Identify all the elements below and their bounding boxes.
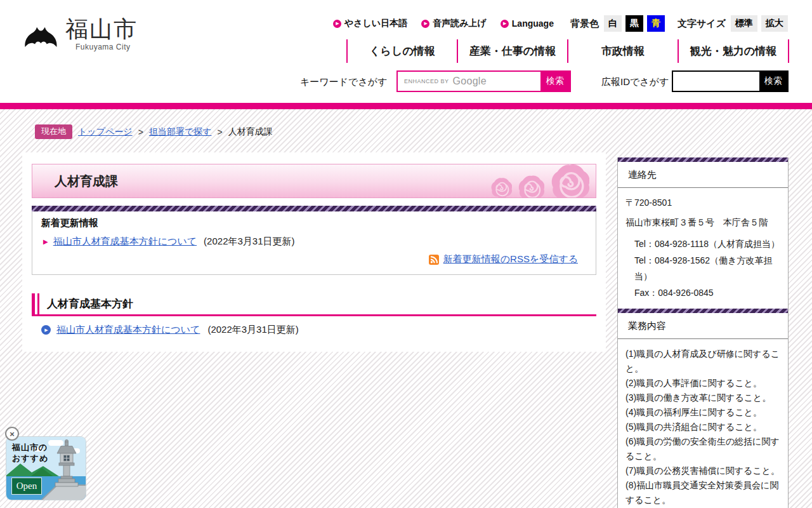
language-link[interactable]: ▶ Language: [501, 18, 554, 29]
contact-heading: 連絡先: [618, 162, 788, 188]
news-updates-box: 新着更新情報 ▶ 福山市人材育成基本方針について (2022年3月31日更新) …: [32, 211, 596, 275]
arrow-circle-icon: ▶: [501, 20, 509, 28]
duty-item: (4)職員の福利厚生に関すること。: [625, 405, 784, 420]
page-title: 人材育成課: [55, 173, 118, 190]
keyword-search-label: キーワードでさがす: [300, 76, 387, 88]
recommendation-widget[interactable]: 福山市の おすすめ Open: [6, 437, 86, 500]
rss-subscribe-link[interactable]: 新着更新情報のRSSを受信する: [443, 253, 578, 265]
easy-japanese-label: やさしい日本語: [344, 18, 407, 29]
widget-close-button[interactable]: ×: [5, 427, 19, 441]
language-label: Language: [512, 18, 554, 29]
utility-bar: ▶ やさしい日本語 ▶ 音声読み上げ ▶ Language 背景色 白 黒 青 …: [333, 15, 788, 32]
koho-id-search-label: 広報IDでさがす: [601, 76, 669, 88]
fontsize-standard-button[interactable]: 標準: [731, 15, 757, 32]
cloud-icon: [48, 440, 63, 446]
news-item-link[interactable]: 福山市人材育成基本方針について: [53, 236, 197, 248]
duties-box: 業務内容 (1)職員の人材育成及び研修に関すること。 (2)職員の人事評価に関す…: [617, 309, 789, 508]
font-size-label: 文字サイズ: [678, 18, 726, 30]
current-location-badge: 現在地: [35, 124, 72, 139]
accent-bar: [0, 103, 812, 109]
widget-open-button[interactable]: Open: [11, 478, 42, 495]
arrow-circle-icon: ▶: [421, 20, 429, 28]
site-logo-link[interactable]: 福山市 Fukuyama City: [23, 17, 138, 52]
policy-section-heading: 人材育成基本方針: [32, 293, 596, 316]
page: 福山市 Fukuyama City ▶ やさしい日本語 ▶ 音声読み上げ ▶ L…: [0, 0, 812, 508]
duty-item: (1)職員の人材育成及び研修に関すること。: [625, 347, 784, 376]
widget-caption-line1: 福山市の: [12, 443, 48, 453]
nav-divider: [788, 39, 789, 63]
address: 福山市東桜町３番５号 本庁舎５階: [625, 216, 784, 230]
text-to-speech-link[interactable]: ▶ 音声読み上げ: [421, 18, 487, 29]
arrow-circle-icon: ▶: [333, 20, 341, 28]
nav-item-industry[interactable]: 産業・仕事の情報: [458, 39, 567, 63]
bat-city-emblem-icon: [23, 23, 60, 52]
easy-japanese-link[interactable]: ▶ やさしい日本語: [333, 18, 407, 29]
bg-black-button[interactable]: 黒: [625, 15, 643, 32]
keyword-search-box: ENHANCED BY Google 検索: [396, 70, 571, 92]
koho-id-search-box: 検索: [672, 70, 789, 92]
breadcrumb-current: 人材育成課: [228, 126, 273, 138]
koho-id-search-button[interactable]: 検索: [759, 72, 787, 91]
duties-heading: 業務内容: [618, 313, 788, 339]
nav-item-tourism[interactable]: 観光・魅力の情報: [679, 39, 788, 63]
contact-body: 〒720-8501 福山市東桜町３番５号 本庁舎５階 Tel：084-928-1…: [618, 188, 788, 312]
purple-striped-divider: [618, 157, 788, 162]
purple-striped-divider: [32, 206, 596, 211]
text-to-speech-label: 音声読み上げ: [433, 18, 487, 29]
rss-row: 新着更新情報のRSSを受信する: [429, 253, 578, 265]
nav-item-city-government[interactable]: 市政情報: [568, 39, 678, 63]
breadcrumb-section-link[interactable]: 担当部署で探す: [149, 126, 212, 138]
breadcrumb-home-link[interactable]: トップページ: [78, 126, 133, 138]
bg-white-button[interactable]: 白: [604, 15, 622, 32]
rss-icon: [429, 255, 439, 265]
contact-box: 連絡先 〒720-8501 福山市東桜町３番５号 本庁舎５階 Tel：084-9…: [617, 157, 789, 312]
purple-striped-divider: [618, 309, 788, 313]
policy-heading-text: 人材育成基本方針: [47, 297, 133, 311]
duty-item: (2)職員の人事評価に関すること。: [625, 376, 784, 391]
policy-item-link[interactable]: 福山市人材育成基本方針について: [56, 324, 200, 336]
site-title: 福山市: [65, 17, 138, 42]
main-content-panel: 人材育成課 新着更新情報 ▶ 福山市人材育成基本方針について (2022年3月3…: [22, 152, 606, 352]
tel-line: Tel：084-928-1118（人材育成担当）: [625, 236, 784, 253]
policy-item-date: (2022年3月31日更新): [207, 324, 298, 336]
nav-item-living[interactable]: くらしの情報: [348, 39, 457, 63]
duties-body: (1)職員の人材育成及び研修に関すること。 (2)職員の人事評価に関すること。 …: [618, 339, 788, 508]
main-navigation: くらしの情報 産業・仕事の情報 市政情報 観光・魅力の情報: [346, 39, 789, 63]
news-list-item: ▶ 福山市人材育成基本方針について (2022年3月31日更新): [43, 236, 295, 248]
duty-item: (8)福山市職員交通安全対策委員会に関すること。: [625, 478, 784, 507]
site-subtitle: Fukuyama City: [75, 43, 138, 51]
fax-line: Fax：084-926-0845: [625, 285, 784, 302]
duty-item: (7)職員の公務災害補償に関すること。: [625, 464, 784, 478]
heading-accent-bar: [37, 293, 39, 314]
triangle-bullet-icon: ▶: [43, 238, 48, 245]
rose-decoration-icon: [490, 164, 589, 198]
postal-code: 〒720-8501: [625, 197, 784, 209]
background-color-label: 背景色: [570, 18, 599, 30]
koho-id-search-input[interactable]: [673, 72, 759, 91]
duty-item: (5)職員の共済組合に関すること。: [625, 420, 784, 434]
duty-item: (3)職員の働き方改革に関すること。: [625, 391, 784, 405]
widget-caption-line2: おすすめ: [12, 453, 48, 464]
site-header: 福山市 Fukuyama City ▶ やさしい日本語 ▶ 音声読み上げ ▶ L…: [0, 0, 812, 103]
fontsize-enlarge-button[interactable]: 拡大: [761, 15, 788, 32]
breadcrumb-separator: >: [138, 127, 143, 137]
tel-line: Tel：084-928-1562（働き方改革担当）: [625, 253, 784, 286]
breadcrumb: 現在地 トップページ > 担当部署で探す > 人材育成課: [35, 124, 273, 139]
keyword-search-button[interactable]: 検索: [540, 72, 570, 91]
widget-caption: 福山市の おすすめ: [12, 443, 48, 464]
page-title-banner: 人材育成課: [32, 164, 596, 198]
keyword-search-input[interactable]: [398, 72, 540, 91]
heading-accent-bar: [32, 293, 35, 314]
news-heading: 新着更新情報: [41, 217, 98, 229]
bg-blue-button[interactable]: 青: [647, 15, 665, 32]
news-item-date: (2022年3月31日更新): [204, 236, 294, 248]
policy-list-item: ▶ 福山市人材育成基本方針について (2022年3月31日更新): [41, 324, 299, 336]
arrow-circle-bullet-icon: ▶: [41, 325, 51, 335]
duty-item: (6)職員の労働の安全衛生の総括に関すること。: [625, 434, 784, 464]
breadcrumb-separator: >: [217, 127, 222, 137]
